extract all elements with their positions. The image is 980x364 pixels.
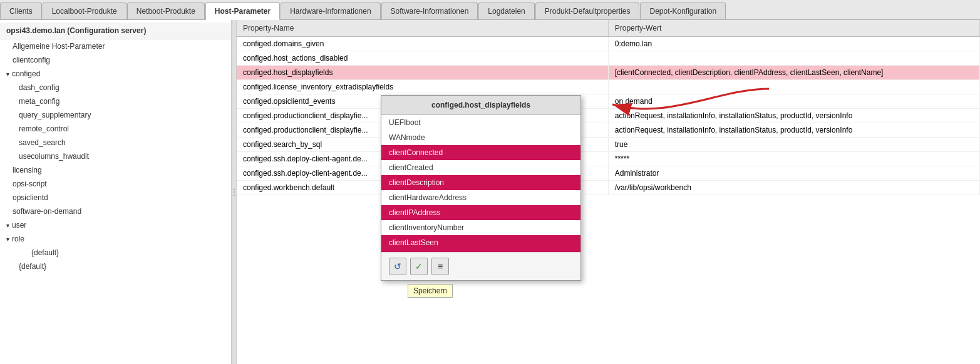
- sidebar-item-usecolumns[interactable]: usecolumns_hwaudit: [0, 149, 231, 163]
- property-name-cell: configed.host_displayfields: [237, 66, 608, 80]
- property-name-cell: configed.license_inventory_extradisplayf…: [237, 80, 608, 94]
- tab-bar: Clients Localboot-Produkte Netboot-Produ…: [0, 0, 980, 20]
- property-value-cell: /var/lib/opsi/workbench: [608, 181, 979, 195]
- popup-list-item[interactable]: clientInventoryNumber: [381, 220, 580, 235]
- sidebar-item-user-label: user: [12, 221, 26, 230]
- table-row[interactable]: configed.domains_given 0:demo.lan: [237, 37, 980, 51]
- col-property-name: Property-Name: [237, 20, 608, 37]
- sidebar-item-clientconfig[interactable]: clientconfig: [0, 53, 231, 67]
- popup-list[interactable]: UEFIbootWANmodeclientConnectedclientCrea…: [381, 115, 580, 253]
- sidebar-item-software-on-demand[interactable]: software-on-demand: [0, 205, 231, 218]
- popup-list-item[interactable]: clientCreated: [381, 160, 580, 175]
- tab-logdateien[interactable]: Logdateien: [478, 3, 534, 19]
- popup-reset-button[interactable]: ↺: [389, 258, 406, 275]
- col-property-wert: Property-Wert: [608, 20, 979, 37]
- popup-title: configed.host_displayfields: [381, 96, 580, 115]
- sidebar-item-query-supplementary[interactable]: query_supplementary: [0, 108, 231, 122]
- property-value-cell: [608, 51, 979, 66]
- table-row[interactable]: configed.ssh.deploy-client-agent.de... *…: [237, 152, 980, 166]
- server-title: opsi43.demo.lan (Configuration server): [0, 23, 231, 39]
- popup-list-button[interactable]: ≡: [431, 258, 449, 275]
- popup-list-item[interactable]: clientHardwareAddress: [381, 190, 580, 205]
- tab-netboot[interactable]: Netboot-Produkte: [127, 3, 205, 19]
- sidebar-item-opsi-script[interactable]: opsi-script: [0, 177, 231, 191]
- table-row[interactable]: configed.productionclient_displayfie... …: [237, 109, 980, 123]
- property-value-cell: [608, 80, 979, 94]
- popup-list-item[interactable]: clientLastSeen: [381, 235, 580, 250]
- property-value-cell: 0:demo.lan: [608, 37, 979, 51]
- right-panel: Property-Name Property-Wert configed.dom…: [237, 20, 980, 364]
- table-row[interactable]: configed.host_actions_disabled: [237, 51, 980, 66]
- sidebar-item-licensing[interactable]: licensing: [0, 163, 231, 177]
- property-table: Property-Name Property-Wert configed.dom…: [237, 20, 980, 195]
- sidebar-item-user[interactable]: ▾ user: [0, 218, 231, 232]
- property-value-cell: [clientConnected, clientDescription, cli…: [608, 66, 979, 80]
- tab-depot[interactable]: Depot-Konfiguration: [640, 3, 726, 19]
- sidebar-item-opsiclientd[interactable]: opsiclientd: [0, 191, 231, 205]
- speichern-tooltip: Speichern: [408, 284, 453, 298]
- sidebar-item-role[interactable]: ▾ role: [0, 232, 231, 246]
- table-row[interactable]: configed.productionclient_displayfie... …: [237, 123, 980, 138]
- table-row[interactable]: configed.workbench.default /var/lib/opsi…: [237, 181, 980, 195]
- sidebar-item-configed-label: configed: [12, 69, 40, 78]
- property-value-cell: true: [608, 138, 979, 152]
- property-value-cell: on demand: [608, 94, 979, 109]
- tab-hardware[interactable]: Hardware-Informationen: [281, 3, 380, 19]
- popup-list-item[interactable]: clientDescription: [381, 175, 580, 190]
- tab-produkt-default[interactable]: Produkt-Defaultproperties: [535, 3, 640, 19]
- property-value-cell: Administrator: [608, 166, 979, 181]
- property-value-cell: actionRequest, installationInfo, install…: [608, 123, 979, 138]
- popup-list-item[interactable]: clientConnected: [381, 145, 580, 160]
- tab-clients[interactable]: Clients: [0, 3, 42, 19]
- property-name-cell: configed.host_actions_disabled: [237, 51, 608, 66]
- sidebar-item-allgemeine[interactable]: Allgemeine Host-Parameter: [0, 39, 231, 53]
- property-name-cell: configed.domains_given: [237, 37, 608, 51]
- sidebar-item-role-label: role: [12, 235, 24, 243]
- table-row[interactable]: configed.opsiclientd_events on demand: [237, 94, 980, 109]
- chevron-down-icon-user: ▾: [6, 222, 9, 229]
- popup-dialog: configed.host_displayfields UEFIbootWANm…: [381, 95, 581, 281]
- chevron-down-icon: ▾: [6, 71, 9, 78]
- table-row[interactable]: configed.host_displayfields [clientConne…: [237, 66, 980, 80]
- popup-list-item[interactable]: UEFIboot: [381, 115, 580, 130]
- property-value-cell: actionRequest, installationInfo, install…: [608, 109, 979, 123]
- popup-list-item[interactable]: WANmode: [381, 130, 580, 145]
- table-row[interactable]: configed.ssh.deploy-client-agent.de... A…: [237, 166, 980, 181]
- sidebar-splitter[interactable]: ⋮: [232, 20, 237, 364]
- table-row[interactable]: configed.search_by_sql true: [237, 138, 980, 152]
- sidebar-item-configed[interactable]: ▾ configed: [0, 67, 231, 81]
- tab-software[interactable]: Software-Informationen: [381, 3, 478, 19]
- sidebar-item-dash-config[interactable]: dash_config: [0, 81, 231, 94]
- sidebar: opsi43.demo.lan (Configuration server) A…: [0, 20, 232, 364]
- property-value-cell: *****: [608, 152, 979, 166]
- sidebar-item-default-2[interactable]: {default}: [0, 260, 231, 273]
- sidebar-item-meta-config[interactable]: meta_config: [0, 94, 231, 108]
- table-row[interactable]: configed.license_inventory_extradisplayf…: [237, 80, 980, 94]
- popup-list-item[interactable]: clientIPAddress: [381, 205, 580, 220]
- sidebar-item-default-1[interactable]: {default}: [0, 246, 231, 260]
- popup-buttons: ↺ ✓ ≡: [381, 253, 580, 280]
- tab-localboot[interactable]: Localboot-Produkte: [43, 3, 126, 19]
- sidebar-item-saved-search[interactable]: saved_search: [0, 136, 231, 149]
- chevron-down-icon-role: ▾: [6, 236, 9, 243]
- tab-host-parameter[interactable]: Host-Parameter: [205, 3, 280, 20]
- main-content: opsi43.demo.lan (Configuration server) A…: [0, 20, 980, 364]
- sidebar-item-remote-control[interactable]: remote_control: [0, 122, 231, 136]
- popup-save-button[interactable]: ✓: [410, 258, 428, 275]
